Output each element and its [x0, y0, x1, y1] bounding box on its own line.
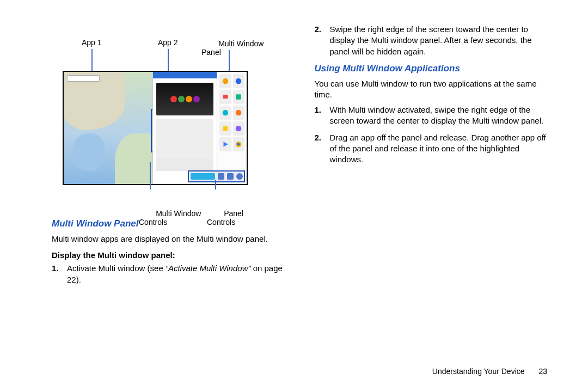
right-steps: 1. With Multi window activated, swipe th…	[315, 105, 550, 165]
svg-rect-3	[236, 94, 241, 99]
heading-using-mw-apps: Using Multi Window Applications	[315, 63, 550, 75]
right-top-step-2: 2. Swipe the right edge of the screen to…	[330, 24, 550, 57]
app2-pane	[152, 72, 217, 184]
panel-app-icon	[233, 106, 245, 120]
right-top-steps: 2. Swipe the right edge of the screen to…	[315, 24, 550, 57]
panel-app-icon	[233, 90, 245, 104]
svg-rect-2	[223, 95, 228, 99]
svg-point-4	[223, 110, 229, 116]
footer-section: Understanding Your Device	[432, 367, 525, 376]
multi-window-diagram: App 1 App 2 Multi Window Panel	[52, 22, 248, 212]
panel-app-icon	[219, 74, 231, 88]
right-step-1: 1. With Multi window activated, swipe th…	[330, 105, 550, 127]
label-panel-controls: Panel Controls	[207, 192, 243, 235]
cross-reference: “Activate Multi Window”	[166, 264, 251, 273]
panel-app-icon	[219, 137, 231, 151]
panel-app-icon	[219, 90, 231, 104]
panel-app-icon	[219, 121, 231, 136]
label-app2: App 2	[158, 38, 178, 47]
panel-app-icon	[233, 121, 245, 136]
left-column: App 1 App 2 Multi Window Panel	[52, 22, 287, 291]
svg-rect-6	[223, 126, 228, 131]
left-step-1: 1. Activate Multi window (see “Activate …	[67, 263, 287, 285]
footer-page-number: 23	[538, 367, 547, 376]
label-mw-panel: Multi Window Panel	[201, 30, 264, 74]
panel-controls-highlight	[188, 170, 245, 182]
panel-app-icon	[233, 74, 245, 88]
label-mw-controls: Multi Window Controls	[139, 192, 201, 235]
device-screenshot	[63, 71, 248, 185]
panel-app-icon	[233, 137, 245, 151]
using-mw-intro: You can use Multi window to run two appl…	[315, 78, 550, 101]
svg-marker-8	[223, 142, 228, 146]
left-steps: 1. Activate Multi window (see “Activate …	[52, 263, 287, 285]
subhead-display-panel: Display the Multi window panel:	[52, 250, 287, 261]
right-step-2: 2. Drag an app off the panel and release…	[330, 132, 550, 166]
label-app1: App 1	[82, 38, 102, 47]
svg-point-7	[236, 126, 242, 132]
multi-window-panel	[217, 72, 247, 184]
right-column: 2. Swipe the right edge of the screen to…	[315, 22, 550, 291]
map-search-box	[67, 75, 100, 82]
app1-pane	[64, 72, 152, 184]
svg-point-0	[223, 78, 229, 84]
svg-point-1	[236, 78, 242, 84]
svg-point-10	[237, 143, 240, 146]
page-footer: Understanding Your Device 23	[432, 366, 547, 377]
panel-app-icon	[219, 106, 231, 120]
svg-point-5	[236, 110, 242, 116]
